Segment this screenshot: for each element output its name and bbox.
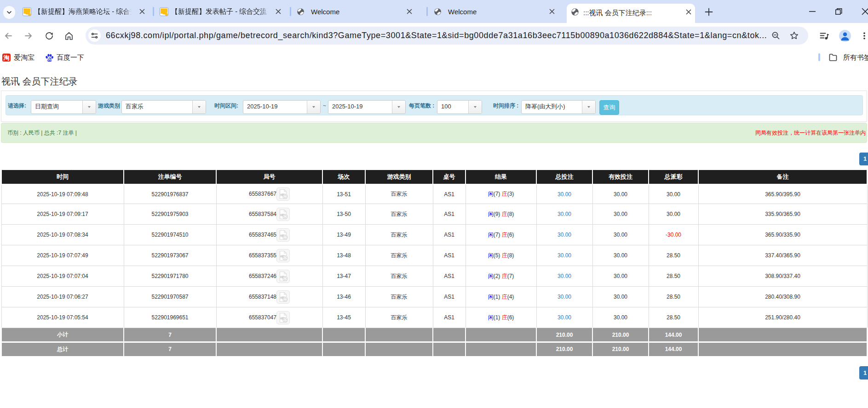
svg-text:du: du xyxy=(47,57,52,62)
svg-text:淘: 淘 xyxy=(3,54,10,61)
